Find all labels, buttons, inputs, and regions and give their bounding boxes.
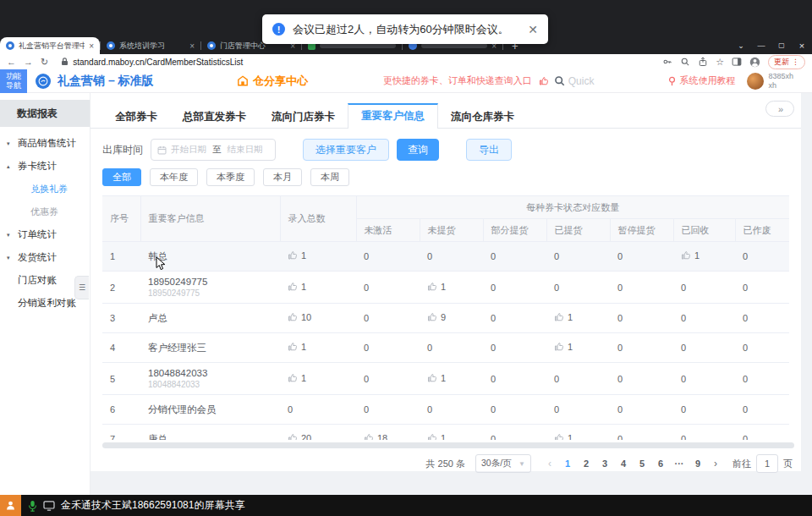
row-index: 6 bbox=[102, 395, 140, 425]
count-link[interactable]: 1 bbox=[554, 433, 573, 440]
warehouse-icon bbox=[237, 75, 249, 86]
sidebar-item-券卡统计[interactable]: ▴券卡统计 bbox=[0, 155, 90, 178]
page-size-select[interactable]: 30条/页 ▼ bbox=[475, 454, 531, 473]
reload-icon[interactable]: ↻ bbox=[41, 57, 48, 68]
count-link[interactable]: 10 bbox=[288, 312, 311, 322]
next-page-button[interactable]: › bbox=[707, 458, 724, 469]
count-value: 0 bbox=[427, 404, 432, 414]
tutorial-link[interactable]: 系统使用教程 bbox=[668, 74, 735, 87]
function-nav-button[interactable]: 功能 导航 bbox=[0, 69, 27, 93]
end-date-placeholder[interactable]: 结束日期 bbox=[228, 144, 263, 156]
user-avatar[interactable] bbox=[747, 73, 764, 90]
browser-tab[interactable]: 系统培训学习× bbox=[101, 37, 200, 54]
count-link[interactable]: 1 bbox=[288, 373, 306, 383]
maximize-button[interactable]: ▢ bbox=[771, 37, 792, 54]
table-row[interactable]: 4客户经理张三10001000 bbox=[102, 333, 789, 363]
table-row[interactable]: 7唐总2018101000 bbox=[102, 425, 789, 441]
quick-search-label: Quick bbox=[568, 75, 595, 87]
count-value: 0 bbox=[491, 251, 496, 261]
browser-update-button[interactable]: 更新 ⋮ bbox=[768, 55, 805, 69]
sidebar-item-优惠券[interactable]: 优惠券 bbox=[0, 200, 90, 223]
sidebar-item-商品销售统计[interactable]: ▾商品销售统计 bbox=[0, 132, 90, 155]
tab-流向仓库券卡[interactable]: 流向仓库券卡 bbox=[438, 103, 527, 128]
forward-icon[interactable]: → bbox=[24, 57, 33, 67]
quick-entry-link[interactable]: 更快捷的券卡、订单和快递查询入口 bbox=[383, 74, 532, 87]
sidebar-item-兑换礼券[interactable]: 兑换礼券 bbox=[0, 178, 90, 200]
range-chip-本周[interactable]: 本周 bbox=[310, 168, 349, 186]
browser-tab[interactable]: 礼盒营销平台管理中心× bbox=[0, 37, 100, 54]
kebab-menu-icon[interactable]: ⋮ bbox=[792, 58, 799, 66]
meeting-participant-icon[interactable] bbox=[0, 495, 21, 516]
page-button-9[interactable]: 9 bbox=[689, 454, 707, 473]
toast-close-icon[interactable]: ✕ bbox=[528, 23, 538, 36]
count-value: 0 bbox=[364, 343, 369, 353]
count-link[interactable]: 1 bbox=[554, 312, 573, 322]
url-text[interactable]: standard.maboy.cn/CardMemberStatisticsLi… bbox=[73, 58, 243, 67]
table-row[interactable]: 2189502497751895024977510100000 bbox=[102, 272, 789, 304]
page-button-2[interactable]: 2 bbox=[577, 454, 595, 473]
range-chip-本季度[interactable]: 本季度 bbox=[206, 168, 255, 186]
range-chip-本月[interactable]: 本月 bbox=[263, 168, 302, 186]
count-cell: 0 bbox=[673, 363, 735, 395]
count-link[interactable]: 9 bbox=[427, 312, 446, 322]
tab-总部直发券卡[interactable]: 总部直发券卡 bbox=[170, 103, 259, 128]
close-window-button[interactable]: × bbox=[792, 37, 812, 54]
sidebar-item-订单统计[interactable]: ▾订单统计 bbox=[0, 223, 90, 246]
customer-name: 18950249775 bbox=[148, 277, 280, 287]
sidebar-collapse-handle[interactable]: ☰ bbox=[74, 276, 89, 299]
count-link[interactable]: 1 bbox=[288, 342, 306, 352]
share-center-link[interactable]: 仓分享中心 bbox=[237, 74, 308, 89]
key-icon[interactable] bbox=[662, 57, 672, 67]
table-row[interactable]: 3卢总100901000 bbox=[102, 304, 789, 333]
count-link[interactable]: 1 bbox=[427, 282, 446, 292]
quick-search-button[interactable]: Quick bbox=[554, 75, 595, 87]
screen-share-icon bbox=[43, 501, 55, 511]
horizontal-scrollbar[interactable] bbox=[102, 442, 794, 448]
back-icon[interactable]: ← bbox=[7, 57, 16, 67]
query-button[interactable]: 查询 bbox=[397, 139, 439, 161]
table-row[interactable]: 6分销代理的会员00000000 bbox=[102, 395, 789, 425]
count-value: 1 bbox=[694, 250, 700, 261]
more-pages-button[interactable]: ··· bbox=[670, 454, 689, 473]
side-panel-icon[interactable] bbox=[732, 57, 742, 67]
count-link[interactable]: 20 bbox=[288, 433, 311, 440]
count-link[interactable]: 1 bbox=[427, 433, 446, 440]
tab-重要客户信息[interactable]: 重要客户信息 bbox=[348, 103, 438, 129]
page-button-4[interactable]: 4 bbox=[614, 454, 633, 473]
date-range-input[interactable]: 开始日期 至 结束日期 bbox=[151, 139, 276, 161]
count-link[interactable]: 1 bbox=[681, 250, 700, 261]
bookmark-star-icon[interactable]: ☆ bbox=[716, 57, 724, 68]
goto-page-input[interactable] bbox=[756, 454, 778, 473]
page-button-5[interactable]: 5 bbox=[633, 454, 651, 473]
panel-collapse-button[interactable]: » bbox=[765, 101, 794, 117]
count-cell: 1 bbox=[280, 272, 356, 304]
tab-close-icon[interactable]: × bbox=[89, 41, 94, 51]
tab-全部券卡[interactable]: 全部券卡 bbox=[102, 103, 170, 128]
tab-search-icon[interactable]: ⌄ bbox=[731, 37, 751, 54]
page-button-1[interactable]: 1 bbox=[558, 454, 577, 473]
count-link[interactable]: 1 bbox=[288, 250, 306, 261]
minimize-button[interactable]: — bbox=[751, 37, 771, 54]
profile-avatar-icon[interactable] bbox=[749, 57, 760, 68]
start-date-placeholder[interactable]: 开始日期 bbox=[171, 144, 206, 156]
table-row[interactable]: 5180488420331804884203310100000 bbox=[102, 363, 789, 395]
page-button-3[interactable]: 3 bbox=[595, 454, 614, 473]
count-link[interactable]: 1 bbox=[554, 342, 573, 352]
export-button[interactable]: 导出 bbox=[466, 139, 512, 161]
zoom-icon[interactable] bbox=[680, 57, 690, 67]
count-cell: 0 bbox=[735, 363, 789, 395]
tab-流向门店券卡[interactable]: 流向门店券卡 bbox=[259, 103, 348, 128]
tab-close-icon[interactable]: × bbox=[189, 41, 195, 51]
range-chip-本年度[interactable]: 本年度 bbox=[150, 168, 198, 186]
count-link[interactable]: 18 bbox=[364, 433, 387, 440]
prev-page-button[interactable]: ‹ bbox=[541, 458, 558, 469]
table-row[interactable]: 1韩总10000010 bbox=[102, 242, 789, 272]
select-customer-button[interactable]: 选择重要客户 bbox=[303, 139, 389, 161]
count-link[interactable]: 1 bbox=[288, 282, 306, 292]
sidebar-item-发货统计[interactable]: ▾发货统计 bbox=[0, 246, 90, 269]
share-icon[interactable] bbox=[698, 57, 708, 67]
range-chip-全部[interactable]: 全部 bbox=[102, 168, 141, 186]
count-link[interactable]: 1 bbox=[427, 373, 446, 383]
page-button-6[interactable]: 6 bbox=[651, 454, 670, 473]
count-cell: 0 bbox=[546, 272, 610, 304]
